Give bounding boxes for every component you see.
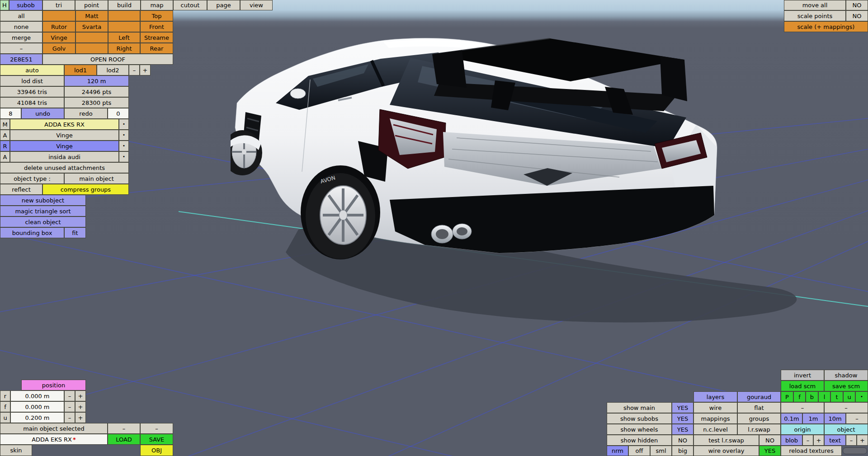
lr-swap-button[interactable]: l.r.swap <box>737 424 781 435</box>
menu-h[interactable]: H <box>0 0 9 10</box>
grid-01m-button[interactable]: 0.1m <box>781 413 802 424</box>
tab-tri[interactable]: tri <box>42 0 75 10</box>
grid-1m-button[interactable]: 1m <box>802 413 824 424</box>
subobject-name-selected[interactable]: Vinge <box>10 141 119 151</box>
tab-build[interactable]: build <box>108 0 141 10</box>
select-all-button[interactable]: all <box>0 10 42 21</box>
object-type-value[interactable]: main object <box>64 173 129 184</box>
selection-dash-1[interactable]: – <box>108 423 140 434</box>
layers-button[interactable]: layers <box>693 391 737 402</box>
show-main-value[interactable]: YES <box>672 402 693 413</box>
invert-button[interactable]: invert <box>781 370 824 381</box>
origin-button[interactable]: origin <box>781 424 824 435</box>
reflect-button[interactable]: reflect <box>0 184 42 195</box>
object-name-field[interactable]: ADDA EKS RX * <box>0 434 108 445</box>
button-matt[interactable]: Matt <box>75 10 108 21</box>
tab-map[interactable]: map <box>141 0 173 10</box>
text-button[interactable]: text <box>824 435 846 446</box>
wire-overlay-value[interactable]: YES <box>759 446 781 456</box>
compress-groups-button[interactable]: compress groups <box>42 184 129 195</box>
subobject-dot-button[interactable]: • <box>119 141 129 151</box>
dash-button-2[interactable]: – <box>824 402 868 413</box>
lod-minus-button[interactable]: – <box>129 65 140 75</box>
lod-dist-value[interactable]: 120 m <box>64 75 129 86</box>
save-scm-button[interactable]: save scm <box>824 381 868 391</box>
load-button[interactable]: LOAD <box>108 434 140 445</box>
lod-auto-button[interactable]: auto <box>0 65 64 75</box>
channel-b-button[interactable]: b <box>806 391 818 402</box>
load-scm-button[interactable]: load scm <box>781 381 824 391</box>
dash-button-1[interactable]: – <box>781 402 824 413</box>
show-hidden-button[interactable]: show hidden <box>607 435 672 446</box>
view-left-button[interactable]: Left <box>108 32 140 43</box>
channel-l-button[interactable]: l <box>818 391 830 402</box>
tab-page[interactable]: page <box>207 0 240 10</box>
button-svarta[interactable]: Svarta <box>75 21 108 32</box>
channel-f-button[interactable]: f <box>793 391 806 402</box>
view-front-button[interactable]: Front <box>140 21 173 32</box>
subobject-name-main[interactable]: ADDA EKS RX <box>10 119 119 130</box>
blob-minus[interactable]: – <box>802 435 813 446</box>
selection-dash-2[interactable]: – <box>140 423 173 434</box>
button-vinge[interactable]: Vinge <box>42 32 75 43</box>
axis-f-minus[interactable]: – <box>64 401 75 412</box>
nc-level-button[interactable]: n.c.level <box>693 424 737 435</box>
subobject-tag-selected[interactable]: R <box>0 141 10 151</box>
axis-f-value[interactable]: 0.000 m <box>10 401 64 412</box>
subobject-dot-button[interactable]: • <box>119 130 129 141</box>
subobject-tag[interactable]: A <box>0 130 10 141</box>
tab-cutout[interactable]: cutout <box>173 0 207 10</box>
axis-r-value[interactable]: 0.000 m <box>10 390 64 401</box>
nrm-sml-button[interactable]: sml <box>650 446 672 456</box>
select-none-button[interactable]: none <box>0 21 42 32</box>
object-button[interactable]: object <box>824 424 868 435</box>
axis-u-minus[interactable]: – <box>64 412 75 423</box>
button-rutor[interactable]: Rutor <box>42 21 75 32</box>
reload-textures-button[interactable]: reload textures <box>781 446 842 456</box>
grid-10m-button[interactable]: 10m <box>824 413 846 424</box>
blob-button[interactable]: blob <box>781 435 802 446</box>
move-all-value[interactable]: NO <box>846 0 868 10</box>
wire-button[interactable]: wire <box>693 402 737 413</box>
axis-f-plus[interactable]: + <box>75 401 86 412</box>
mappings-button[interactable]: mappings <box>693 413 737 424</box>
test-lr-swap-value[interactable]: NO <box>759 435 781 446</box>
axis-u-plus[interactable]: + <box>75 412 86 423</box>
open-roof-button[interactable]: OPEN ROOF <box>42 54 173 65</box>
blob-plus[interactable]: + <box>813 435 824 446</box>
channel-t-button[interactable]: t <box>830 391 843 402</box>
flat-button[interactable]: flat <box>737 402 781 413</box>
axis-u-value[interactable]: 0.200 m <box>10 412 64 423</box>
tab-point[interactable]: point <box>75 0 108 10</box>
show-main-button[interactable]: show main <box>607 402 672 413</box>
side-mirror[interactable] <box>290 89 306 99</box>
tab-subob[interactable]: subob <box>9 0 42 10</box>
show-wheels-value[interactable]: YES <box>672 424 693 435</box>
shadow-button[interactable]: shadow <box>824 370 868 381</box>
lod1-button[interactable]: lod1 <box>64 65 97 75</box>
axis-r-minus[interactable]: – <box>64 390 75 401</box>
show-wheels-button[interactable]: show wheels <box>607 424 672 435</box>
undo-button[interactable]: undo <box>21 108 64 119</box>
car-model[interactable]: AVON <box>231 36 818 330</box>
nrm-big-button[interactable]: big <box>672 446 693 456</box>
bounding-box-button[interactable]: bounding box <box>0 227 64 238</box>
button-streame[interactable]: Streame <box>140 32 173 43</box>
groups-button[interactable]: groups <box>737 413 781 424</box>
delete-unused-button[interactable]: delete unused attachments <box>0 162 129 173</box>
tab-view[interactable]: view <box>240 0 273 10</box>
subobject-dot-button[interactable]: • <box>119 119 129 130</box>
redo-button[interactable]: redo <box>64 108 108 119</box>
show-hidden-value[interactable]: NO <box>672 435 693 446</box>
channel-dot-button[interactable]: • <box>855 391 868 402</box>
grid-cell-empty-5[interactable] <box>75 43 108 54</box>
grid-cell-empty-2[interactable] <box>108 10 140 21</box>
subobject-dot-button[interactable]: • <box>119 151 129 162</box>
bottom-scrollbar[interactable] <box>843 447 867 454</box>
subobject-tag[interactable]: M <box>0 119 10 130</box>
dash-button[interactable]: – <box>0 43 42 54</box>
scale-mappings-button[interactable]: scale (+ mappings) <box>784 21 868 32</box>
lod-plus-button[interactable]: + <box>140 65 151 75</box>
merge-button[interactable]: merge <box>0 32 42 43</box>
subobject-name[interactable]: Vinge <box>10 130 119 141</box>
